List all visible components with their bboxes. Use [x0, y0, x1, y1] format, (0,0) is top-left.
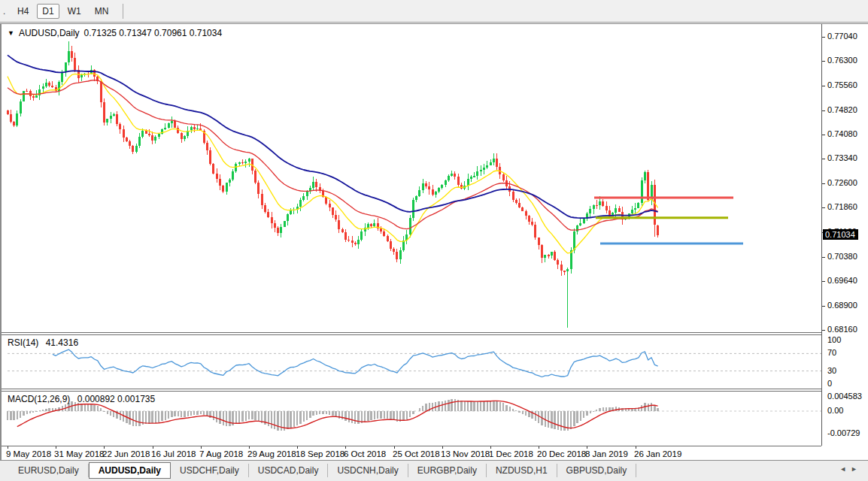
timeframe-d1-button[interactable]: D1	[37, 4, 59, 19]
macd-tick-label: 0.00	[827, 406, 843, 415]
timeframe-toolbar: . H4 D1 W1 MN	[0, 0, 868, 23]
date-tick-label: 29 Aug 2018	[247, 449, 296, 458]
date-tick-label: 25 Oct 2018	[393, 449, 440, 458]
date-tick	[297, 446, 298, 449]
chart-tab-bar: EURUSD,Daily AUDUSD,Daily USDCHF,Daily U…	[0, 460, 868, 481]
current-price-badge: 0.71034	[823, 229, 858, 240]
chart-ohlc-values: 0.71325 0.71347 0.70961 0.71034	[84, 28, 223, 38]
date-tick-label: 31 May 2018	[54, 449, 105, 458]
date-tick-label: 16 Jul 2018	[151, 449, 196, 458]
macd-value: 0.000892 0.001735	[77, 394, 155, 404]
date-tick-label: 26 Jan 2019	[634, 449, 681, 458]
price-tick-label: 0.68160	[827, 325, 857, 334]
date-tick	[201, 446, 202, 449]
rsi-label: RSI(14) 41.4316	[8, 337, 83, 348]
macd-tick-label: -0.00729	[827, 428, 860, 437]
macd-label: MACD(12,26,9) 0.000892 0.001735	[8, 394, 159, 404]
date-tick-label: 7 Aug 2018	[199, 449, 243, 458]
fast-ma[interactable]	[8, 74, 658, 253]
rsi-tick-label: 100	[827, 335, 841, 344]
price-tick	[822, 306, 825, 307]
chart-tabs: EURUSD,Daily AUDUSD,Daily USDCHF,Daily U…	[9, 462, 838, 479]
price-tick	[822, 110, 825, 111]
price-tick	[822, 207, 825, 208]
tab-scroll-arrows: ◄►	[839, 465, 862, 473]
tab-usdcnh-daily[interactable]: USDCNH,Daily	[328, 464, 408, 477]
tab-usdchf-daily[interactable]: USDCHF,Daily	[171, 464, 249, 477]
price-tick	[822, 61, 825, 62]
rsi-value: 41.4316	[46, 337, 78, 348]
tab-nzdusd-h1[interactable]: NZDUSD,H1	[487, 464, 557, 477]
price-tick-label: 0.74820	[827, 105, 857, 114]
rsi-tick-label: 0	[827, 379, 832, 388]
price-tick	[822, 183, 825, 184]
toolbar-clipped-button[interactable]: .	[0, 6, 11, 17]
date-axis[interactable]: 9 May 201831 May 201822 Jun 201816 Jul 2…	[2, 446, 821, 461]
price-tick	[822, 37, 825, 38]
price-tick	[822, 330, 825, 331]
timeframe-h4-button[interactable]: H4	[12, 4, 34, 19]
timeframe-w1-button[interactable]: W1	[62, 4, 86, 19]
price-tick	[822, 281, 825, 282]
tab-scroll-left-icon[interactable]: ◄	[839, 465, 851, 473]
price-tick	[822, 86, 825, 86]
price-axis[interactable]: 0.770400.763000.755600.748200.740800.733…	[821, 24, 868, 446]
mt4-window: . H4 D1 W1 MN ▼ AUDUSD,Daily 0.71325 0.7…	[0, 0, 868, 481]
date-tick-label: 8 Jan 2019	[585, 449, 628, 458]
price-tick-label: 0.69640	[827, 276, 857, 285]
date-tick	[345, 446, 346, 449]
price-tick-label: 0.68900	[827, 301, 857, 310]
date-tick-label: 13 Nov 2018	[441, 449, 490, 458]
date-tick	[394, 446, 395, 449]
chart-collapse-icon[interactable]: ▼	[8, 29, 14, 37]
date-tick	[587, 446, 587, 449]
rsi-tick-label: 30	[827, 366, 836, 375]
date-tick	[249, 446, 250, 449]
toolbar-separator	[123, 4, 123, 19]
price-tick-label: 0.73340	[827, 153, 857, 162]
date-tick	[442, 446, 443, 449]
price-tick	[822, 159, 825, 159]
timeframe-mn-button[interactable]: MN	[90, 4, 114, 19]
price-tick	[822, 257, 825, 258]
tab-scroll-right-icon[interactable]: ►	[851, 465, 862, 473]
date-tick	[8, 446, 8, 449]
date-tick	[153, 446, 153, 449]
price-tick	[822, 135, 825, 135]
tab-usdcad-daily[interactable]: USDCAD,Daily	[249, 464, 329, 477]
rsi-tick-label: 70	[827, 348, 836, 357]
date-tick	[56, 446, 56, 449]
price-tick-label: 0.72600	[827, 178, 857, 187]
date-tick-label: 22 Jun 2018	[102, 449, 150, 458]
chart-window: ▼ AUDUSD,Daily 0.71325 0.71347 0.70961 0…	[0, 23, 868, 460]
rsi-name: RSI(14)	[8, 337, 38, 348]
date-tick-label: 6 Oct 2018	[344, 449, 386, 458]
price-tick-label: 0.74080	[827, 129, 857, 138]
trend-lines[interactable]	[594, 198, 743, 244]
date-tick	[539, 446, 539, 449]
tab-gbpusd-daily[interactable]: GBPUSD,Daily	[557, 464, 637, 477]
macd-pane[interactable]: MACD(12,26,9) 0.000892 0.001735	[2, 392, 821, 446]
price-tick-label: 0.71860	[827, 202, 857, 211]
price-tick-label: 0.70380	[827, 252, 857, 261]
date-tick	[490, 446, 491, 449]
date-tick	[636, 446, 636, 449]
date-tick-label: 18 Sep 2018	[296, 449, 344, 458]
price-tick-label: 0.75560	[827, 80, 857, 89]
date-tick	[104, 446, 105, 449]
chart-title: ▼ AUDUSD,Daily 0.71325 0.71347 0.70961 0…	[8, 28, 222, 38]
price-tick-label: 0.77040	[827, 32, 857, 41]
tab-audusd-daily[interactable]: AUDUSD,Daily	[89, 462, 171, 479]
date-tick-label: 20 Dec 2018	[537, 449, 586, 458]
rsi-pane[interactable]: RSI(14) 41.4316	[2, 335, 821, 389]
date-tick-label: 9 May 2018	[6, 449, 51, 458]
tab-eurusd-daily[interactable]: EURUSD,Daily	[9, 464, 89, 477]
macd-tick-label: 0.004583	[827, 392, 862, 401]
tab-eurgbp-daily[interactable]: EURGBP,Daily	[408, 464, 487, 477]
macd-name: MACD(12,26,9)	[8, 394, 70, 404]
main-chart-pane[interactable]: ▼ AUDUSD,Daily 0.71325 0.71347 0.70961 0…	[2, 24, 821, 333]
chart-symbol-label: AUDUSD,Daily	[19, 28, 80, 38]
date-tick-label: 1 Dec 2018	[489, 449, 533, 458]
price-tick-label: 0.76300	[827, 56, 857, 65]
